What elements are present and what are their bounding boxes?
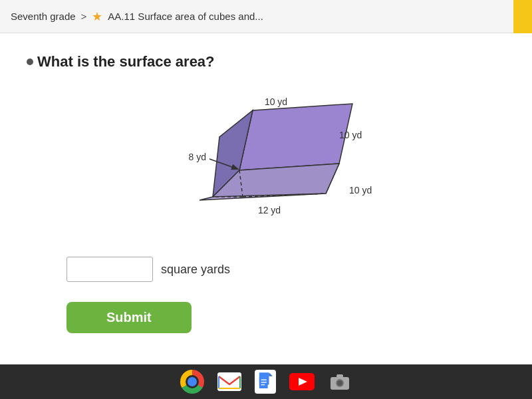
- top-bar: Seventh grade > ★ AA.11 Surface area of …: [0, 0, 532, 33]
- submit-button[interactable]: Submit: [66, 302, 192, 333]
- gmail-icon[interactable]: [217, 372, 241, 391]
- question-row: What is the surface area?: [27, 53, 215, 70]
- chrome-icon[interactable]: [180, 370, 204, 394]
- docs-icon[interactable]: [255, 370, 276, 394]
- answer-row: square yards: [66, 257, 230, 282]
- svg-marker-0: [239, 104, 352, 170]
- app: Seventh grade > ★ AA.11 Surface area of …: [0, 0, 532, 399]
- taskbar: [0, 364, 532, 399]
- answer-input[interactable]: [66, 257, 153, 282]
- youtube-icon[interactable]: [289, 373, 315, 390]
- diagram-area: 10 yd 8 yd 10 yd 12 yd 10 yd: [27, 90, 505, 237]
- dim-bottom-label: 12 yd: [258, 205, 281, 215]
- unit-label: square yards: [161, 263, 230, 277]
- dim-top-label: 10 yd: [265, 96, 287, 107]
- dim-left-label: 8 yd: [189, 152, 206, 162]
- bookmark-decoration: [513, 0, 532, 33]
- dim-right-top-label: 10 yd: [339, 130, 362, 140]
- breadcrumb-separator: >: [81, 11, 87, 22]
- lesson-title[interactable]: AA.11 Surface area of cubes and...: [108, 11, 263, 22]
- question-dot: [27, 59, 33, 65]
- dim-bottom-right-label: 10 yd: [349, 185, 372, 196]
- shape-diagram: 10 yd 8 yd 10 yd 12 yd 10 yd: [146, 90, 386, 237]
- svg-point-23: [337, 380, 342, 386]
- question-text: What is the surface area?: [37, 53, 215, 70]
- star-icon: ★: [92, 9, 102, 24]
- breadcrumb[interactable]: Seventh grade: [11, 11, 76, 22]
- camera-icon[interactable]: [328, 370, 352, 394]
- svg-marker-14: [269, 372, 273, 376]
- main-content: What is the surface area? 10 yd: [0, 33, 532, 364]
- svg-rect-24: [336, 374, 343, 378]
